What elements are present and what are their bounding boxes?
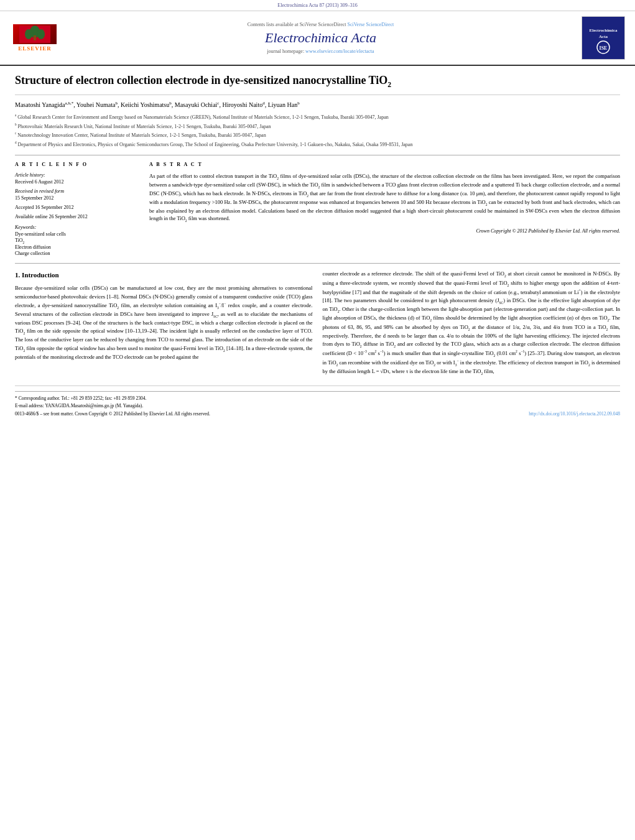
elsevier-text-label: ELSEVIER — [18, 45, 52, 52]
keywords-label: Keywords: — [15, 224, 139, 230]
footer-bottom: 0013-4686/$ – see front matter. Crown Co… — [15, 411, 620, 417]
body-left-col: 1. Introduction Because dye-sensitized s… — [15, 270, 313, 380]
body-two-col: 1. Introduction Because dye-sensitized s… — [15, 270, 620, 380]
body-right-col: counter electrode as a reference electro… — [323, 270, 621, 380]
svg-point-3 — [25, 29, 32, 39]
history-label: Article history: — [15, 172, 139, 178]
keyword-2: TiO2 — [15, 238, 139, 244]
journal-homepage: journal homepage: www.elsevier.com/locat… — [67, 48, 574, 54]
sciverse-text: Contents lists available at SciVerse Sci… — [67, 22, 574, 27]
footer: * Corresponding author. Tel.: +81 29 859… — [15, 391, 620, 417]
abstract-section: A B S T R A C T As part of the effort to… — [149, 162, 620, 257]
article-info-panel: A R T I C L E I N F O Article history: R… — [15, 162, 139, 257]
journal-header-top: Electrochimica Acta 87 (2013) 309–316 — [0, 0, 635, 11]
svg-text:Acta: Acta — [599, 34, 608, 39]
abstract-text: As part of the effort to control electro… — [149, 172, 620, 224]
accepted-date: Accepted 16 September 2012 — [15, 205, 139, 210]
keyword-1: Dye-sensitized solar cells — [15, 231, 139, 237]
svg-text:Electrochimica: Electrochimica — [590, 28, 618, 33]
body-content: 1. Introduction Because dye-sensitized s… — [15, 263, 620, 380]
article-title: Structure of electron collection electro… — [15, 73, 620, 95]
section-1-title: 1. Introduction — [15, 270, 313, 280]
doi-text: http://dx.doi.org/10.1016/j.electacta.20… — [529, 411, 620, 417]
affiliation-c: c Nanotechnology Innovation Center, Nati… — [15, 131, 620, 139]
svg-text:ISE: ISE — [600, 45, 608, 51]
received-date: Received 6 August 2012 — [15, 179, 139, 185]
article-info-abstract: A R T I C L E I N F O Article history: R… — [15, 155, 620, 257]
affiliation-d: d Department of Physics and Electronics,… — [15, 141, 620, 149]
available-date: Available online 26 September 2012 — [15, 214, 139, 219]
journal-title: Electrochimica Acta — [67, 30, 574, 46]
footer-rule — [15, 385, 620, 386]
journal-banner: ELSEVIER Contents lists available at Sci… — [0, 11, 635, 66]
authors: Masatoshi Yanagidaa,b,*, Youhei Numatab,… — [15, 100, 620, 109]
footnote-email: E-mail address: YANAGIDA.Masatoshi@nims.… — [15, 403, 620, 408]
copyright-text: Crown Copyright © 2012 Published by Else… — [149, 228, 620, 234]
abstract-heading: A B S T R A C T — [149, 162, 620, 167]
journal-ref: Electrochimica Acta 87 (2013) 309–316 — [10, 2, 625, 8]
affiliation-a: a Global Research Center for Environment… — [15, 113, 620, 121]
issn-text: 0013-4686/$ – see front matter. Crown Co… — [15, 411, 210, 417]
svg-rect-2 — [34, 35, 36, 40]
keyword-4: Charge collection — [15, 251, 139, 256]
svg-point-4 — [37, 29, 45, 39]
article-info-heading: A R T I C L E I N F O — [15, 162, 139, 167]
keyword-3: Electron diffusion — [15, 244, 139, 250]
affiliations: a Global Research Center for Environment… — [15, 113, 620, 149]
keywords-section: Keywords: Dye-sensitized solar cells TiO… — [15, 224, 139, 257]
intro-para-1: Because dye-sensitized solar cells (DSCs… — [15, 284, 313, 361]
affiliation-b: b Photovoltaic Materials Research Unit, … — [15, 122, 620, 131]
footnote-corresponding: * Corresponding author. Tel.: +81 29 859… — [15, 395, 620, 401]
revised-label: Received in revised form — [15, 188, 139, 194]
elsevier-logo-box — [13, 24, 57, 44]
revised-date: 15 September 2012 — [15, 195, 139, 201]
intro-para-2: counter electrode as a reference electro… — [323, 270, 621, 376]
journal-logo-image: Electrochimica Acta ISE — [582, 16, 625, 60]
journal-header-center: Contents lists available at SciVerse Sci… — [67, 22, 574, 54]
elsevier-logo: ELSEVIER — [10, 24, 60, 52]
article-container: Structure of electron collection electro… — [0, 66, 635, 424]
